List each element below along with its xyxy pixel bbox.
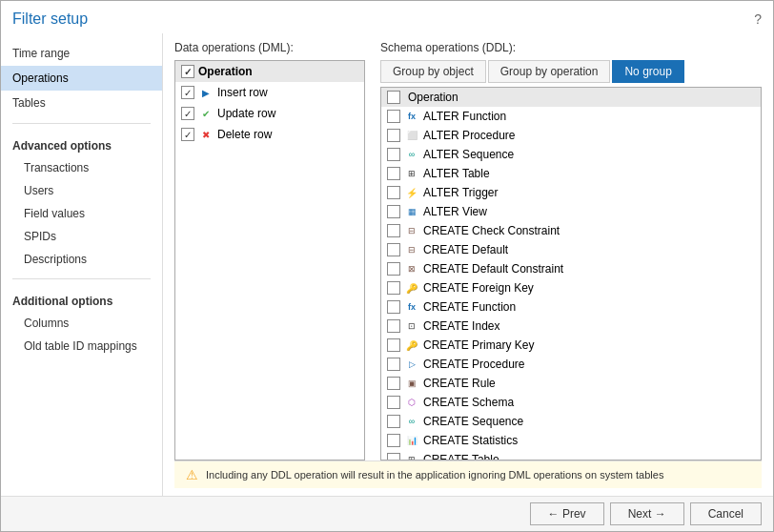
alter-view-checkbox[interactable]: [387, 205, 400, 218]
tab-group-by-object[interactable]: Group by object: [380, 60, 486, 83]
dml-insert-row[interactable]: ▶ Insert row: [175, 82, 364, 103]
create-default-constraint-checkbox[interactable]: [387, 262, 400, 276]
create-foreign-key-checkbox[interactable]: [387, 281, 400, 295]
alter-procedure-checkbox[interactable]: [387, 129, 400, 142]
ddl-alter-sequence[interactable]: ∞ ALTER Sequence: [381, 145, 761, 164]
advanced-options-label: Advanced options: [1, 132, 162, 156]
insert-row-icon: ▶: [198, 85, 214, 100]
tab-no-group[interactable]: No group: [612, 60, 683, 83]
sidebar-item-operations[interactable]: Operations: [1, 66, 162, 91]
create-check-constraint-icon: ⊟: [404, 223, 419, 238]
title-bar: Filter setup ?: [1, 1, 773, 33]
ddl-panel: Schema operations (DDL): Group by object…: [380, 41, 762, 460]
ddl-panel-title: Schema operations (DDL):: [380, 41, 762, 54]
create-default-constraint-icon: ⊠: [404, 261, 419, 276]
alter-function-checkbox[interactable]: [387, 110, 400, 123]
help-button[interactable]: ?: [754, 11, 762, 27]
warning-icon: ⚠: [186, 467, 198, 482]
alter-trigger-icon: ⚡: [404, 185, 419, 200]
dml-list: Operation ▶ Insert row ✔ Update row: [174, 60, 365, 460]
dml-insert-checkbox[interactable]: [181, 86, 194, 99]
panels-row: Data operations (DML): Operation ▶ Inser…: [174, 41, 762, 460]
ddl-create-index[interactable]: ⊡ CREATE Index: [381, 317, 761, 336]
create-procedure-checkbox[interactable]: [387, 358, 400, 371]
alter-view-icon: ▦: [404, 204, 419, 219]
sidebar-item-descriptions[interactable]: Descriptions: [1, 248, 162, 271]
additional-options-label: Additional options: [1, 287, 162, 312]
sidebar-item-users[interactable]: Users: [1, 179, 162, 202]
create-table-checkbox[interactable]: [387, 453, 400, 460]
sidebar-item-transactions[interactable]: Transactions: [1, 156, 162, 179]
create-rule-checkbox[interactable]: [387, 377, 400, 390]
sidebar-item-columns[interactable]: Columns: [1, 312, 162, 335]
create-sequence-checkbox[interactable]: [387, 415, 400, 428]
create-default-icon: ⊟: [404, 242, 419, 257]
sidebar-item-tables[interactable]: Tables: [1, 91, 162, 115]
prev-button[interactable]: ← Prev: [530, 502, 604, 525]
ddl-create-foreign-key[interactable]: 🔑 CREATE Foreign Key: [381, 278, 761, 297]
ddl-create-sequence[interactable]: ∞ CREATE Sequence: [381, 412, 761, 431]
dml-update-checkbox[interactable]: [181, 107, 194, 120]
warning-bar: ⚠ Including any DDL operation will resul…: [174, 460, 762, 488]
ddl-create-default[interactable]: ⊟ CREATE Default: [381, 240, 761, 259]
ddl-tabs: Group by object Group by operation No gr…: [380, 60, 762, 83]
ddl-header-checkbox[interactable]: [387, 91, 400, 104]
sidebar-divider-2: [12, 278, 151, 279]
create-function-checkbox[interactable]: [387, 300, 400, 314]
filter-setup-window: Filter setup ? Time range Operations Tab…: [0, 0, 774, 532]
ddl-alter-table[interactable]: ⊞ ALTER Table: [381, 164, 761, 183]
create-foreign-key-icon: 🔑: [404, 280, 419, 296]
dml-panel: Data operations (DML): Operation ▶ Inser…: [174, 41, 365, 460]
ddl-alter-procedure[interactable]: ⬜ ALTER Procedure: [381, 126, 761, 145]
warning-text: Including any DDL operation will result …: [206, 469, 663, 481]
dml-panel-title: Data operations (DML):: [174, 41, 365, 54]
ddl-create-check-constraint[interactable]: ⊟ CREATE Check Constraint: [381, 221, 761, 240]
create-schema-icon: ⬡: [404, 395, 419, 410]
next-button[interactable]: Next →: [610, 502, 684, 525]
alter-table-checkbox[interactable]: [387, 167, 400, 180]
create-primary-key-checkbox[interactable]: [387, 338, 400, 352]
create-index-checkbox[interactable]: [387, 319, 400, 333]
cancel-button[interactable]: Cancel: [690, 502, 762, 525]
sidebar-item-old-table-id[interactable]: Old table ID mappings: [1, 335, 162, 358]
create-table-icon: ⊞: [404, 452, 419, 460]
create-statistics-icon: 📊: [404, 433, 419, 448]
dml-operation-checkbox[interactable]: [181, 65, 194, 78]
create-schema-checkbox[interactable]: [387, 396, 400, 409]
ddl-alter-trigger[interactable]: ⚡ ALTER Trigger: [381, 183, 761, 202]
create-primary-key-icon: 🔑: [404, 338, 419, 353]
sidebar-item-field-values[interactable]: Field values: [1, 202, 162, 225]
ddl-create-default-constraint[interactable]: ⊠ CREATE Default Constraint: [381, 259, 761, 278]
sidebar-item-time-range[interactable]: Time range: [1, 41, 162, 66]
alter-table-icon: ⊞: [404, 166, 419, 181]
create-check-constraint-checkbox[interactable]: [387, 224, 400, 237]
dml-update-row[interactable]: ✔ Update row: [175, 103, 364, 124]
create-default-checkbox[interactable]: [387, 243, 400, 256]
dml-delete-checkbox[interactable]: [181, 128, 194, 141]
delete-row-icon: ✖: [198, 127, 214, 142]
ddl-create-primary-key[interactable]: 🔑 CREATE Primary Key: [381, 336, 761, 355]
sidebar-item-spids[interactable]: SPIDs: [1, 225, 162, 248]
sidebar-divider-1: [12, 123, 151, 124]
ddl-create-function[interactable]: fx CREATE Function: [381, 297, 761, 317]
ddl-alter-function[interactable]: fx ALTER Function: [381, 107, 761, 126]
tab-group-by-operation[interactable]: Group by operation: [488, 60, 611, 83]
create-statistics-checkbox[interactable]: [387, 434, 400, 447]
create-function-icon: fx: [404, 299, 419, 315]
ddl-create-rule[interactable]: ▣ CREATE Rule: [381, 374, 761, 393]
dml-delete-row[interactable]: ✖ Delete row: [175, 124, 364, 145]
window-title: Filter setup: [12, 10, 88, 28]
ddl-create-procedure[interactable]: ▷ CREATE Procedure: [381, 355, 761, 374]
ddl-create-statistics[interactable]: 📊 CREATE Statistics: [381, 431, 761, 450]
ddl-alter-view[interactable]: ▦ ALTER View: [381, 202, 761, 221]
ddl-create-schema[interactable]: ⬡ CREATE Schema: [381, 393, 761, 412]
update-row-icon: ✔: [198, 106, 214, 121]
alter-sequence-checkbox[interactable]: [387, 148, 400, 161]
dml-operation-header[interactable]: Operation: [175, 61, 364, 82]
sidebar: Time range Operations Tables Advanced op…: [1, 33, 163, 496]
alter-function-icon: fx: [404, 109, 419, 124]
alter-trigger-checkbox[interactable]: [387, 186, 400, 199]
ddl-operation-header: Operation: [381, 88, 761, 107]
create-rule-icon: ▣: [404, 376, 419, 391]
ddl-create-table[interactable]: ⊞ CREATE Table: [381, 450, 761, 460]
